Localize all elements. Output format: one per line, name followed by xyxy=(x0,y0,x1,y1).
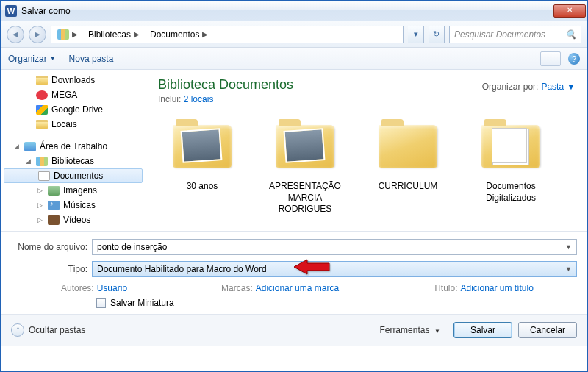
tools-menu[interactable]: Ferramentas ▼ xyxy=(379,325,440,335)
new-folder-button[interactable]: Nova pasta xyxy=(69,54,114,64)
sidebar-item-documents[interactable]: Documentos xyxy=(4,168,143,183)
filename-label: Nome do arquivo: xyxy=(11,242,92,252)
library-heading: Biblioteca Documentos xyxy=(158,77,293,93)
chevron-up-icon: ˄ xyxy=(11,323,24,337)
breadcrumb-seg[interactable]: Documentos xyxy=(150,29,199,40)
sidebar-item-videos[interactable]: ▷Vídeos xyxy=(1,212,146,227)
arrange-by[interactable]: Organizar por: Pasta▼ xyxy=(482,77,576,92)
cancel-button[interactable]: Cancelar xyxy=(518,322,577,338)
filename-input[interactable]: ponto de inserção▼ xyxy=(92,239,577,255)
folder-item[interactable]: APRESENTAÇÃO MARCIA RODRIGUES xyxy=(261,119,349,215)
breadcrumb-seg[interactable]: Bibliotecas xyxy=(88,29,131,40)
hide-folders-button[interactable]: ˄ Ocultar pastas xyxy=(11,323,85,337)
annotation-arrow xyxy=(294,257,331,279)
nav-bar: ◄ ► ▶ Bibliotecas▶ Documentos▶ ▾ ↻ Pesqu… xyxy=(1,21,587,48)
sidebar-item-desktop[interactable]: ◢Área de Trabalho xyxy=(1,139,146,154)
forward-button[interactable]: ► xyxy=(29,26,46,43)
bottom-bar: ˄ Ocultar pastas Ferramentas ▼ Salvar Ca… xyxy=(1,314,587,346)
sidebar-item-locais[interactable]: Locais xyxy=(1,117,146,132)
sidebar-item-images[interactable]: ▷Imagens xyxy=(1,183,146,198)
close-button[interactable]: ✕ xyxy=(553,4,586,18)
folder-item[interactable]: Documentos Digitalizados xyxy=(467,119,555,215)
refresh-button[interactable]: ↻ xyxy=(429,26,445,43)
organize-menu[interactable]: Organizar▼ xyxy=(8,54,56,64)
doc-title-label: Título: xyxy=(433,283,457,293)
view-options-button[interactable] xyxy=(540,51,561,66)
library-subtitle: Inclui: 2 locais xyxy=(158,94,293,104)
word-icon: W xyxy=(5,5,17,17)
filetype-dropdown[interactable]: Documento Habilitado para Macro do Word▼ xyxy=(92,261,577,277)
svg-marker-0 xyxy=(294,260,329,274)
breadcrumb-dropdown[interactable]: ▾ xyxy=(408,26,424,43)
toolbar: Organizar▼ Nova pasta ? xyxy=(1,48,587,70)
search-icon: 🔍 xyxy=(565,29,576,40)
window-title: Salvar como xyxy=(21,6,553,16)
folder-item[interactable]: 30 anos xyxy=(158,119,246,215)
help-icon[interactable]: ? xyxy=(568,53,580,65)
authors-label: Autores: xyxy=(61,283,94,293)
library-icon xyxy=(57,29,69,40)
search-input[interactable]: Pesquisar Documentos 🔍 xyxy=(449,26,581,43)
content-pane: Biblioteca Documentos Inclui: 2 locais O… xyxy=(146,70,587,231)
sidebar-item-music[interactable]: ▷Músicas xyxy=(1,198,146,212)
thumbnail-checkbox[interactable] xyxy=(96,298,106,308)
locations-link[interactable]: 2 locais xyxy=(184,94,214,104)
authors-value[interactable]: Usuario xyxy=(97,283,127,293)
sidebar-tree: Downloads MEGA Google Drive Locais ◢Área… xyxy=(1,70,146,231)
title-bar: W Salvar como ✕ xyxy=(1,1,587,21)
sidebar-item-libraries[interactable]: ◢Bibliotecas xyxy=(1,154,146,168)
sidebar-item-google-drive[interactable]: Google Drive xyxy=(1,102,146,117)
back-button[interactable]: ◄ xyxy=(7,26,24,43)
tags-value[interactable]: Adicionar uma marca xyxy=(256,283,339,293)
folder-item[interactable]: CURRICULUM xyxy=(364,119,452,215)
breadcrumb[interactable]: ▶ Bibliotecas▶ Documentos▶ xyxy=(51,26,404,43)
doc-title-value[interactable]: Adicionar um título xyxy=(461,283,534,293)
sidebar-item-mega[interactable]: MEGA xyxy=(1,87,146,102)
tags-label: Marcas: xyxy=(221,283,253,293)
thumbnail-label: Salvar Miniatura xyxy=(110,298,174,308)
filetype-label: Tipo: xyxy=(11,264,92,274)
sidebar-item-downloads[interactable]: Downloads xyxy=(1,73,146,87)
save-button[interactable]: Salvar xyxy=(453,322,512,338)
